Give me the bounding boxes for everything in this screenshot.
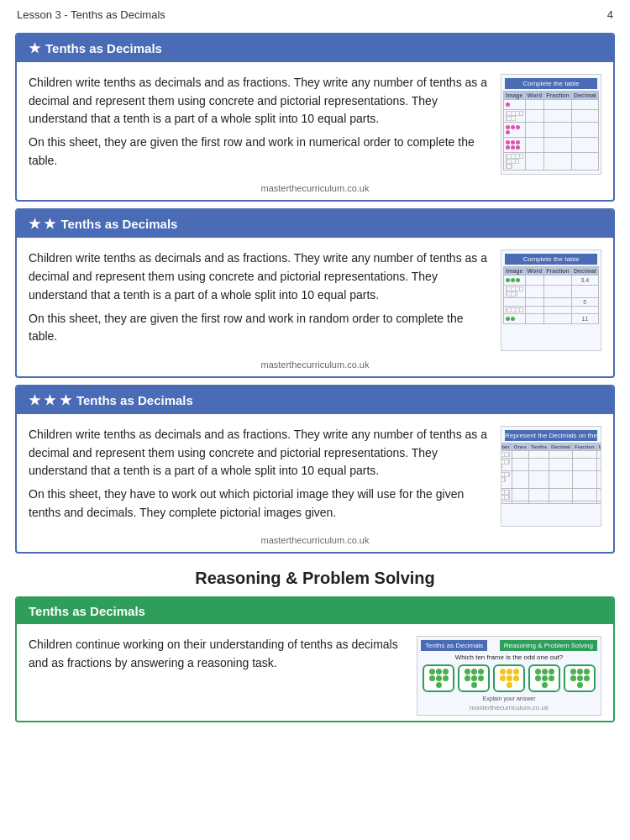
- card3-thumbnail: Represent the Decimals on the NumberOnes…: [501, 426, 601, 527]
- reasoning-card-title: Tenths as Decimals: [29, 604, 145, 618]
- thumb1-header: Complete the table: [505, 78, 597, 89]
- thumb2-header: Complete the table: [505, 254, 597, 265]
- card3-title: Tenths as Decimals: [76, 393, 193, 407]
- reasoning-card-p1: Children continue working on their under…: [29, 636, 405, 672]
- card3-header: ★ ★ ★ Tenths as Decimals: [17, 386, 613, 414]
- thumb3-table: NumberOnesTenthsDecimalFractionWord: [501, 443, 601, 504]
- star-icon-2: ★ ★: [29, 216, 55, 232]
- reasoning-section-title: Reasoning & Problem Solving: [0, 569, 630, 588]
- circle-box-5: [564, 664, 596, 692]
- rth-question: Which ten frame is the odd one out?: [421, 654, 597, 661]
- thumb1-table: ImageWordFractionDecimal: [503, 91, 598, 171]
- card3-body: Children write tenths as decimals and as…: [17, 414, 613, 532]
- card1-p1: Children write tenths as decimals and as…: [29, 74, 489, 129]
- card-3-star: ★ ★ ★ Tenths as Decimals Children write …: [15, 385, 615, 554]
- circle-grid: [421, 664, 597, 692]
- rth-explain: Explain your answer: [421, 696, 597, 701]
- card2-header: ★ ★ Tenths as Decimals: [17, 210, 613, 238]
- rth-left-label: Tenths as Decimals: [421, 640, 487, 651]
- rth-right-label: Reasoning & Problem Solving: [500, 640, 597, 651]
- circle-box-1: [423, 664, 454, 692]
- card1-title: Tenths as Decimals: [45, 41, 162, 55]
- rth-footer: masterthecurriculum.co.uk: [421, 704, 597, 711]
- thumb3-header: Represent the Decimals on the: [505, 430, 597, 441]
- card1-header: ★ Tenths as Decimals: [17, 34, 613, 62]
- page-number: 4: [607, 8, 613, 21]
- card1-body: Children write tenths as decimals and as…: [17, 62, 613, 180]
- star-icon-1: ★: [29, 40, 40, 56]
- card3-text: Children write tenths as decimals and as…: [29, 426, 489, 527]
- lesson-title: Lesson 3 - Tenths as Decimals: [17, 8, 165, 21]
- card1-text: Children write tenths as decimals and as…: [29, 74, 489, 175]
- reasoning-thumbnail: Tenths as Decimals Reasoning & Problem S…: [417, 636, 601, 716]
- card1-thumbnail: Complete the table ImageWordFractionDeci…: [501, 74, 601, 175]
- reasoning-card-header: Tenths as Decimals: [17, 598, 613, 624]
- reasoning-thumb-header: Tenths as Decimals Reasoning & Problem S…: [421, 640, 597, 651]
- card2-p1: Children write tenths as decimals and as…: [29, 249, 489, 304]
- reasoning-card-text: Children continue working on their under…: [29, 636, 405, 716]
- circle-box-4: [528, 664, 560, 692]
- card2-body: Children write tenths as decimals and as…: [17, 238, 613, 355]
- star-icon-3: ★ ★ ★: [29, 392, 71, 408]
- circle-box-2: [458, 664, 490, 692]
- thumb2-table: ImageWordFractionDecimal 3.4: [503, 266, 598, 324]
- card2-thumbnail: Complete the table ImageWordFractionDeci…: [501, 249, 601, 350]
- circle-box-3: [493, 664, 525, 692]
- reasoning-card: Tenths as Decimals Children continue wor…: [15, 596, 615, 722]
- card2-text: Children write tenths as decimals and as…: [29, 249, 489, 350]
- card3-p1: Children write tenths as decimals and as…: [29, 426, 489, 480]
- card2-p2: On this sheet, they are given the first …: [29, 310, 489, 346]
- card3-footer: masterthecurriculum.co.uk: [17, 532, 613, 552]
- card3-p2: On this sheet, they have to work out whi…: [29, 486, 489, 522]
- page-header: Lesson 3 - Tenths as Decimals 4: [0, 0, 630, 26]
- card-1-star: ★ Tenths as Decimals Children write tent…: [15, 33, 615, 202]
- card-2-star: ★ ★ Tenths as Decimals Children write te…: [15, 208, 615, 377]
- card1-footer: masterthecurriculum.co.uk: [17, 180, 613, 200]
- card2-title: Tenths as Decimals: [60, 217, 177, 231]
- reasoning-card-body: Children continue working on their under…: [17, 624, 613, 721]
- card1-p2: On this sheet, they are given the first …: [29, 134, 489, 170]
- card2-footer: masterthecurriculum.co.uk: [17, 356, 613, 376]
